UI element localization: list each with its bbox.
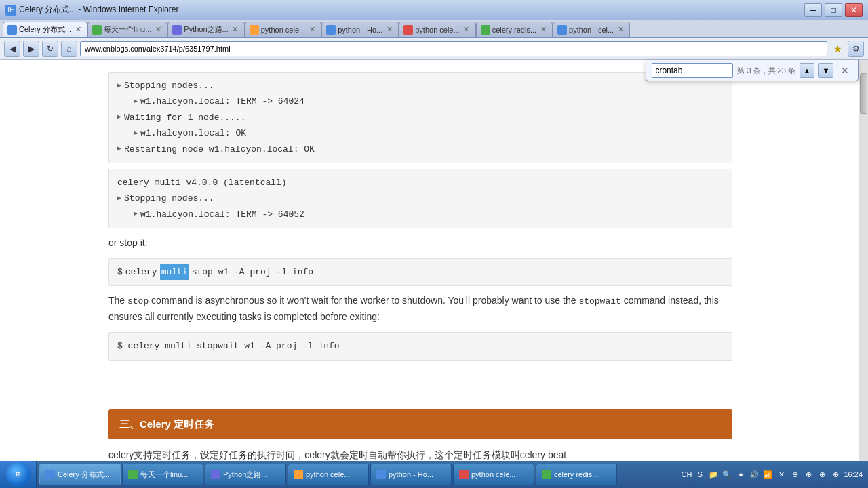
refresh-button[interactable]: ↻ xyxy=(42,41,58,57)
taskbar-icon-linux xyxy=(128,470,138,479)
tray-x-icon[interactable]: ✕ xyxy=(776,469,787,480)
taskbar-label-linux: 每天一个linu... xyxy=(140,470,188,480)
tab-close-celery-redis[interactable]: ✕ xyxy=(538,25,548,35)
tab-close-python-road[interactable]: ✕ xyxy=(231,25,240,35)
taskbar-label-celery: Celery 分布式... xyxy=(58,470,110,480)
find-input[interactable] xyxy=(652,63,733,78)
tab-close-linux[interactable]: ✕ xyxy=(153,25,163,35)
start-orb: ⊞ xyxy=(6,462,31,487)
tab-close-celery[interactable]: ✕ xyxy=(73,25,83,35)
find-count: 第 3 条，共 23 条 xyxy=(737,66,795,76)
minimize-button[interactable]: ─ xyxy=(804,3,822,17)
tab-celery[interactable]: Celery 分布式... ✕ xyxy=(3,22,87,37)
expand-stopping2[interactable]: ▶ xyxy=(117,192,121,205)
page-content: ▶ Stopping nodes... ▶ w1.halcyon.local: … xyxy=(0,60,746,461)
term-text-2: w1.halcyon.local: TERM -> 64052 xyxy=(140,207,304,222)
stop-cmd-celery: celery xyxy=(125,264,157,280)
stopping-nodes-line-2: ▶ Stopping nodes... xyxy=(117,190,724,206)
celery-multi-cmd-text: celery multi v4.0.0 (latentcall) xyxy=(117,175,287,190)
tab-celery-redis[interactable]: celery redis... ✕ xyxy=(476,22,553,37)
taskbar-item-redis[interactable]: celery redis... xyxy=(536,464,617,485)
tab-label-celery-redis: celery redis... xyxy=(492,26,536,34)
stop-desc-code2: stopwait xyxy=(578,296,620,306)
browser-icon: IE xyxy=(5,5,16,16)
expand-term1[interactable]: ▶ xyxy=(134,96,138,108)
tab-label-celery: Celery 分布式... xyxy=(19,24,71,35)
address-input[interactable] xyxy=(80,41,827,56)
taskbar-item-python[interactable]: Python之路... xyxy=(205,464,286,485)
stop-desc-text1: The xyxy=(108,295,127,306)
taskbar-item-cele2[interactable]: python cele... xyxy=(453,464,534,485)
clock-time: 16:24 xyxy=(844,470,863,479)
scrollbar-thumb[interactable] xyxy=(860,73,867,114)
stopping-nodes-text: Stopping nodes... xyxy=(124,78,214,94)
tray-s-icon[interactable]: S xyxy=(694,469,705,480)
stop-cmd-line: $ celery multi stop w1 -A proj -l info xyxy=(117,264,724,280)
tray-net-icon[interactable]: 📶 xyxy=(762,469,773,480)
home-button[interactable]: ⌂ xyxy=(61,41,77,57)
tab-label-python-ho: python - Ho... xyxy=(338,26,382,34)
tab-close-python-cele1[interactable]: ✕ xyxy=(307,25,317,35)
ok-line-1: ▶ w1.halcyon.local: OK xyxy=(134,125,724,141)
tab-python-cele1[interactable]: python cele... ✕ xyxy=(245,22,321,37)
tab-label-python-cel: python - cel... xyxy=(569,26,614,34)
expand-waiting[interactable]: ▶ xyxy=(117,111,121,123)
tab-python-road[interactable]: Python之路... ✕ xyxy=(167,22,244,37)
tab-close-python-ho[interactable]: ✕ xyxy=(384,25,394,35)
taskbar-item-celery[interactable]: Celery 分布式... xyxy=(39,464,121,485)
tray-file-icon[interactable]: 📁 xyxy=(708,469,719,480)
taskbar-icon-cele2 xyxy=(459,470,469,479)
stopwait-cmd-text: $ celery multi stopwait w1 -A proj -l in… xyxy=(117,338,340,354)
maximize-button[interactable]: □ xyxy=(825,3,842,17)
tray-extra2-icon[interactable]: ⊕ xyxy=(803,469,814,480)
tray-search-icon[interactable]: 🔍 xyxy=(722,469,732,480)
forward-button[interactable]: ▶ xyxy=(23,41,39,57)
taskbar-icon-cele1 xyxy=(294,470,303,479)
tray-extra3-icon[interactable]: ⊕ xyxy=(816,469,827,480)
find-close-button[interactable]: ✕ xyxy=(837,63,852,78)
tab-icon-linux xyxy=(92,25,102,35)
term-line-1: ▶ w1.halcyon.local: TERM -> 64024 xyxy=(134,94,724,109)
taskbar-icon-ho xyxy=(376,470,386,479)
tray-extra4-icon[interactable]: ⊕ xyxy=(830,469,841,480)
expand-term2[interactable]: ▶ xyxy=(134,208,138,220)
tools-button[interactable]: ⚙ xyxy=(848,41,864,57)
tray-ch-icon[interactable]: CH xyxy=(681,469,692,480)
close-button[interactable]: ✕ xyxy=(845,3,863,17)
stop-cmd-dollar: $ xyxy=(117,264,123,280)
taskbar-item-linux[interactable]: 每天一个linu... xyxy=(122,464,203,485)
taskbar-item-cele1[interactable]: python cele... xyxy=(288,464,369,485)
taskbar-item-ho[interactable]: python - Ho... xyxy=(370,464,452,485)
tray-extra1-icon[interactable]: ⊕ xyxy=(789,469,800,480)
tab-label-python-cele2: python cele... xyxy=(415,26,459,34)
scrollbar-track[interactable] xyxy=(859,60,868,461)
address-bar: ◀ ▶ ↻ ⌂ ★ ⚙ xyxy=(0,38,868,60)
tab-linux[interactable]: 每天一个linu... ✕ xyxy=(87,22,167,37)
tray-vol-icon[interactable]: 🔊 xyxy=(749,469,760,480)
tab-close-python-cel[interactable]: ✕ xyxy=(616,25,625,35)
favorites-button[interactable]: ★ xyxy=(830,41,845,56)
or-stop-label: or stop it: xyxy=(108,235,732,251)
celery-scheduled-desc: celery支持定时任务，设定好任务的执行时间，celery就会定时自动帮你执行… xyxy=(108,447,732,461)
tab-icon-python-cele2 xyxy=(403,25,413,35)
expand-ok1[interactable]: ▶ xyxy=(134,127,138,140)
tab-python-cel[interactable]: python - cel... ✕ xyxy=(553,22,630,37)
browser-content: ▶ Stopping nodes... ▶ w1.halcyon.local: … xyxy=(0,60,859,461)
find-bar: 第 3 条，共 23 条 ▲ ▼ ✕ xyxy=(646,60,859,81)
find-next-button[interactable]: ▼ xyxy=(818,63,833,78)
tab-close-python-cele2[interactable]: ✕ xyxy=(462,25,471,35)
expand-restart[interactable]: ▶ xyxy=(117,143,121,155)
taskbar: ⊞ Celery 分布式... 每天一个linu... Python之路... … xyxy=(0,461,868,488)
expand-stopping[interactable]: ▶ xyxy=(117,80,121,92)
tab-python-cele2[interactable]: python cele... ✕ xyxy=(399,22,475,37)
tab-python-ho[interactable]: python - Ho... ✕ xyxy=(321,22,399,37)
tray-chrome-icon[interactable]: ● xyxy=(735,469,746,480)
start-button[interactable]: ⊞ xyxy=(0,461,37,488)
stop-cmd-multi: multi xyxy=(160,264,189,280)
waiting-text: Waiting for 1 node..... xyxy=(124,110,245,125)
back-button[interactable]: ◀ xyxy=(4,41,20,57)
taskbar-clock: 16:24 xyxy=(844,470,863,479)
tab-icon-python-cele1 xyxy=(250,25,259,35)
find-prev-button[interactable]: ▲ xyxy=(800,63,814,78)
taskbar-label-python: Python之路... xyxy=(223,470,267,480)
